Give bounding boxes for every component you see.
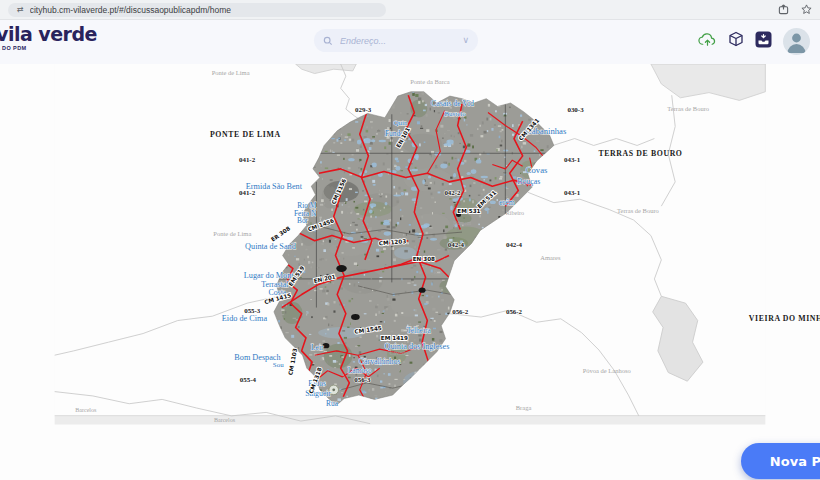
neighbor-municipality-label: Terras de Bouro <box>667 105 709 112</box>
region-name-label: VIEIRA DO MINHO <box>749 314 820 323</box>
map-sheet-code: 043-1 <box>564 156 581 163</box>
search-icon <box>323 36 333 46</box>
inbox-icon[interactable] <box>755 31 772 52</box>
place-name-label: Quin <box>394 119 408 126</box>
place-name-label: Bustelo <box>444 110 466 117</box>
address-search[interactable]: ∨ <box>314 29 478 52</box>
neighbor-municipality-label: Braga <box>516 404 532 411</box>
place-name-label: Casais de Vid <box>431 99 474 108</box>
url-text: cityhub.cm-vilaverde.pt/#/discussaopubli… <box>30 5 231 15</box>
map-sheet-code: 056-2 <box>506 308 523 315</box>
cube-icon[interactable] <box>728 31 744 52</box>
place-name-label: Bouças <box>517 177 540 186</box>
place-name-label: Lamoso <box>348 366 372 375</box>
neighbor-municipality-label: Ponte de Lima <box>212 69 250 76</box>
map-sheet-code: 041-2 <box>239 156 256 163</box>
road-code-label: EM 1419 <box>381 335 408 341</box>
place-name-label: Telheira <box>407 326 432 335</box>
region-name-label: TERRAS DE BOURO <box>599 149 683 158</box>
neighbor-municipality-label: Amares <box>540 254 561 261</box>
map-sheet-code: 029-3 <box>355 106 372 113</box>
bookmark-star-icon[interactable] <box>801 4 812 15</box>
place-name-label: Quinta de Sand <box>245 242 297 251</box>
tab-swap-icon[interactable]: ⇄ <box>17 6 24 14</box>
map-sheet-code: 055-3 <box>244 307 261 314</box>
url-bar[interactable]: ⇄ cityhub.cm-vilaverde.pt/#/discussaopub… <box>8 3 386 17</box>
map-sheet-code: 056-2 <box>452 308 469 315</box>
map-canvas[interactable]: Ponte de LimaPonte da BarcaTerras de Bou… <box>0 64 820 480</box>
browser-chrome: ⇄ cityhub.cm-vilaverde.pt/#/discussaopub… <box>0 0 820 20</box>
road-code-label: EM 531 <box>457 208 480 214</box>
place-name-label: Leir <box>311 343 324 352</box>
neighbor-municipality-label: Rio <box>434 269 442 275</box>
map-sheet-code: 030-3 <box>567 106 584 113</box>
place-name-label: Covas <box>526 165 548 175</box>
share-icon[interactable] <box>778 4 789 15</box>
place-name-label: Quinta dos Ingleses <box>385 342 450 351</box>
neighbor-municipality-label: Homem <box>453 220 472 226</box>
neighbor-municipality-label: Póvoa de Lanhoso <box>583 367 631 374</box>
place-name-label: Lugar do Mont <box>244 271 294 280</box>
road-code-label: EN 308 <box>413 256 435 262</box>
neighbor-municipality-label: Terras de Bouro <box>617 207 659 214</box>
new-participation-button[interactable]: Nova Participação <box>741 443 820 479</box>
place-name-label: erém <box>499 198 515 207</box>
neighbor-municipality-label: Barcelos <box>75 407 97 413</box>
region-name-label: PONTE DE LIMA <box>210 130 281 139</box>
chevron-down-icon[interactable]: ∨ <box>462 36 469 45</box>
place-name-label: Carvalhinhos <box>359 357 401 366</box>
neighbor-municipality-label: Barcelos <box>214 417 236 423</box>
neighbor-municipality-label: Ribeiro <box>506 210 524 216</box>
search-input[interactable] <box>338 35 457 47</box>
logo-subtitle: A DO PDM <box>0 46 97 52</box>
place-name-label: Ermida São Bent <box>246 182 303 191</box>
neighbor-municipality-label: Ponte da Barca <box>410 78 449 85</box>
app-logo: vila verde A DO PDM <box>0 25 97 52</box>
cloud-upload-icon[interactable] <box>698 32 717 51</box>
place-name-label: Rua <box>326 399 339 408</box>
map-sheet-code: 055-4 <box>240 376 257 383</box>
app-header: vila verde A DO PDM ∨ <box>0 20 820 64</box>
map-sheet-code: 042-4 <box>448 241 465 248</box>
neighbor-municipality-label: Ponte de Lima <box>213 230 251 237</box>
place-name-label: Bom Despach <box>234 353 280 362</box>
map-sheet-code: 042-2 <box>444 189 461 196</box>
place-name-label: Sou <box>273 361 284 368</box>
map-sheet-code: 043-1 <box>564 189 581 196</box>
map-sheet-code: 042-4 <box>506 241 523 248</box>
logo-title: vila verde <box>0 25 97 44</box>
user-avatar[interactable] <box>783 28 810 55</box>
place-name-label: Eido de Cima <box>222 314 268 323</box>
place-name-label: Bor <box>297 216 309 225</box>
map-sheet-code: 056-3 <box>354 376 371 383</box>
